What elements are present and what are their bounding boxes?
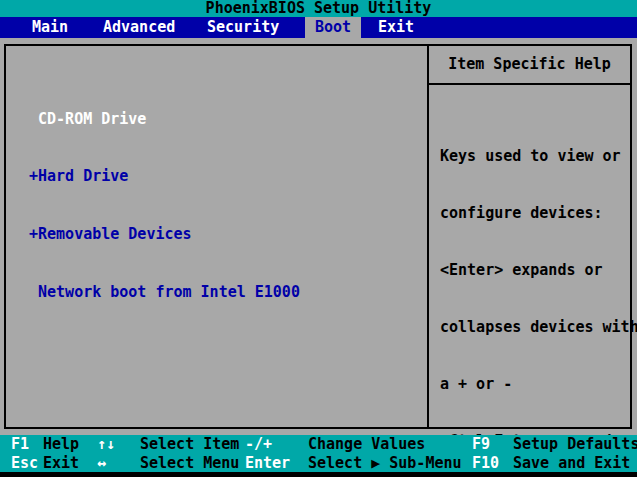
key-updown-icon: ↑↓ xyxy=(97,435,140,454)
key-f10-desc: Save and Exit xyxy=(513,454,637,473)
tab-exit[interactable]: Exit xyxy=(378,17,414,38)
menu-bar: Main Advanced Security Boot Exit xyxy=(0,17,637,38)
key-f1-desc: Help xyxy=(43,435,97,454)
help-panel-text: Keys used to view or configure devices: … xyxy=(440,109,630,477)
title-bar: PhoenixBIOS Setup Utility xyxy=(0,0,637,17)
key-f9: F9 xyxy=(472,435,513,454)
expand-prefix xyxy=(29,283,38,301)
help-line: Keys used to view or xyxy=(440,147,630,166)
key-f10: F10 xyxy=(472,454,513,473)
key-leftright-desc: Select Menu xyxy=(140,454,245,473)
key-enter-desc: Select ▶ Sub-Menu xyxy=(308,454,472,473)
boot-device-list: CD-ROM Drive +Hard Drive +Removable Devi… xyxy=(29,71,300,341)
expand-prefix: + xyxy=(29,225,38,243)
key-updown-desc: Select Item xyxy=(140,435,245,454)
key-esc: Esc xyxy=(11,454,43,473)
key-minusplus: -/+ xyxy=(245,435,308,454)
help-line: collapses devices with xyxy=(440,318,630,337)
list-item-cdrom[interactable]: CD-ROM Drive xyxy=(29,110,300,129)
key-leftright-icon: ↔ xyxy=(97,454,140,473)
page-title: PhoenixBIOS Setup Utility xyxy=(206,0,432,17)
list-item-label: Removable Devices xyxy=(38,225,192,243)
key-enter: Enter xyxy=(245,454,308,473)
list-item-network-boot[interactable]: Network boot from Intel E1000 xyxy=(29,283,300,302)
bottom-black-strip xyxy=(0,472,637,477)
key-legend-bar: F1 Help ↑↓ Select Item -/+ Change Values… xyxy=(0,435,637,472)
expand-prefix xyxy=(29,110,38,128)
key-f9-desc: Setup Defaults xyxy=(513,435,637,454)
tab-security[interactable]: Security xyxy=(207,17,279,38)
help-panel-title: Item Specific Help xyxy=(429,46,630,85)
key-esc-desc: Exit xyxy=(43,454,97,473)
list-item-label: CD-ROM Drive xyxy=(38,110,146,128)
main-frame: CD-ROM Drive +Hard Drive +Removable Devi… xyxy=(4,44,632,429)
list-item-label: Hard Drive xyxy=(38,167,128,185)
tab-main[interactable]: Main xyxy=(32,17,68,38)
key-minusplus-desc: Change Values xyxy=(308,435,472,454)
help-line: a + or - xyxy=(440,375,630,394)
key-legend-row-2: Esc Exit ↔ Select Menu Enter Select ▶ Su… xyxy=(0,454,637,473)
key-f1: F1 xyxy=(11,435,43,454)
help-line: configure devices: xyxy=(440,204,630,223)
tab-boot[interactable]: Boot xyxy=(305,17,361,38)
help-line: <Enter> expands or xyxy=(440,261,630,280)
key-legend-row-1: F1 Help ↑↓ Select Item -/+ Change Values… xyxy=(0,435,637,454)
expand-prefix: + xyxy=(29,167,38,185)
tab-advanced[interactable]: Advanced xyxy=(103,17,175,38)
list-item-hard-drive[interactable]: +Hard Drive xyxy=(29,167,300,186)
help-panel: Item Specific Help Keys used to view or … xyxy=(429,46,630,427)
list-item-removable-devices[interactable]: +Removable Devices xyxy=(29,225,300,244)
list-item-label: Network boot from Intel E1000 xyxy=(38,283,300,301)
